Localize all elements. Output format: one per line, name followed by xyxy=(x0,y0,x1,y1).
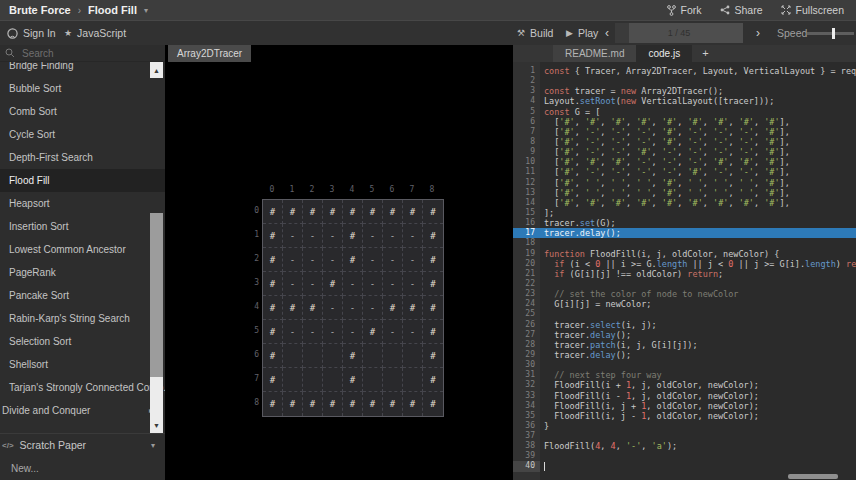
code-line[interactable] xyxy=(540,451,856,461)
code-line[interactable] xyxy=(540,238,856,248)
code-line[interactable]: if (G[i][j] !== oldColor) return; xyxy=(540,269,856,279)
sidebar-item-depth-first-search[interactable]: Depth-First Search xyxy=(0,146,165,169)
code-line[interactable]: FloodFill(i, j - 1, oldColor, newColor); xyxy=(540,411,856,421)
code-line[interactable] xyxy=(540,76,856,86)
language-selector[interactable]: ★ JavaScript xyxy=(64,21,126,45)
code-line[interactable]: ['#', ' ', ' ', ' ', '#', ' ', ' ', ' ',… xyxy=(540,178,856,188)
sidebar-item-cycle-sort[interactable]: Cycle Sort xyxy=(0,123,165,146)
gutter-line-number[interactable]: 22 xyxy=(513,279,540,289)
fullscreen-button[interactable]: Fullscreen xyxy=(781,4,844,16)
sidebar-category-divide-and-conquer[interactable]: Divide and Conquer▸ xyxy=(0,399,165,422)
sidebar-item-shellsort[interactable]: Shellsort xyxy=(0,353,165,376)
code-line[interactable]: if (i < 0 || i >= G.length || j < 0 || j… xyxy=(540,259,856,269)
code-line[interactable] xyxy=(540,431,856,441)
tab-readme-md[interactable]: README.md xyxy=(553,45,636,62)
code-line[interactable]: ['#', '-', '-', '-', '#', '-', '-', '-',… xyxy=(540,127,856,137)
code-line[interactable]: tracer.patch(i, j, G[i][j]); xyxy=(540,340,856,350)
gutter-line-number[interactable]: 4 xyxy=(513,96,540,106)
gutter-line-number[interactable]: 36 xyxy=(513,421,540,431)
sidebar-item-heapsort[interactable]: Heapsort xyxy=(0,192,165,215)
gutter-line-number[interactable]: 8 xyxy=(513,137,540,147)
code-line[interactable]: // next step four way xyxy=(540,370,856,380)
code-line[interactable]: ['#', '-', '-', '-', '-', '#', '-', '-',… xyxy=(540,167,856,177)
gutter-line-number[interactable]: 27 xyxy=(513,330,540,340)
gutter-line-number[interactable]: 9 xyxy=(513,147,540,157)
scroll-down-icon[interactable]: ▼ xyxy=(150,417,163,433)
gutter-line-number[interactable]: 1 xyxy=(513,66,540,76)
add-tab-button[interactable]: + xyxy=(692,45,718,62)
scroll-up-icon[interactable]: ▲ xyxy=(150,62,163,78)
speed-slider[interactable] xyxy=(807,21,854,45)
sidebar-item-comb-sort[interactable]: Comb Sort xyxy=(0,100,165,123)
gutter-line-number[interactable]: 39 xyxy=(513,451,540,461)
code-line[interactable]: tracer.set(G); xyxy=(540,218,856,228)
code-line[interactable]: G[i][j] = newColor; xyxy=(540,299,856,309)
code-line[interactable]: const { Tracer, Array2DTracer, Layout, V… xyxy=(540,66,856,76)
gutter-line-number[interactable]: 5 xyxy=(513,107,540,117)
build-button[interactable]: ⚒ Build xyxy=(517,21,553,45)
code-line[interactable]: ]; xyxy=(540,208,856,218)
progress-bar[interactable]: 1 / 45 xyxy=(615,23,743,43)
sidebar-item-pancake-sort[interactable]: Pancake Sort xyxy=(0,284,165,307)
gutter-line-number[interactable]: 13 xyxy=(513,188,540,198)
code-line[interactable]: Layout.setRoot(new VerticalLayout([trace… xyxy=(540,96,856,106)
sidebar-item-insertion-sort[interactable]: Insertion Sort xyxy=(0,215,165,238)
step-back-button[interactable]: ‹ xyxy=(601,21,613,45)
gutter-line-number[interactable]: 26 xyxy=(513,320,540,330)
breadcrumb-current[interactable]: Flood Fill xyxy=(88,4,137,16)
code-line[interactable]: FloodFill(i - 1, j, oldColor, newColor); xyxy=(540,391,856,401)
code-line[interactable]: ['#', '#', '#', '#', '#', '#', '#', '#',… xyxy=(540,117,856,127)
gutter-line-number[interactable]: 29 xyxy=(513,350,540,360)
speed-slider-thumb[interactable] xyxy=(832,28,835,39)
code-line[interactable] xyxy=(540,360,856,370)
gutter-line-number[interactable]: 7 xyxy=(513,127,540,137)
gutter-line-number[interactable]: 19 xyxy=(513,249,540,259)
gutter-line-number[interactable]: 3 xyxy=(513,86,540,96)
code-line[interactable]: tracer.select(i, j); xyxy=(540,320,856,330)
step-forward-button[interactable]: › xyxy=(752,21,764,45)
sidebar-item-tarjan-s-strongly-connected-comp-[interactable]: Tarjan's Strongly Connected Comp... xyxy=(0,376,165,399)
gutter-line-number[interactable]: 17 xyxy=(513,228,540,238)
sidebar-item-bubble-sort[interactable]: Bubble Sort xyxy=(0,77,165,100)
code-line[interactable]: const tracer = new Array2DTracer(); xyxy=(540,86,856,96)
new-scratch-button[interactable]: New... xyxy=(0,458,165,478)
gutter-line-number[interactable]: 40 xyxy=(513,461,540,471)
gutter-line-number[interactable]: 16 xyxy=(513,218,540,228)
breadcrumb-category[interactable]: Brute Force xyxy=(9,4,71,16)
gutter-line-number[interactable]: 35 xyxy=(513,411,540,421)
gutter-line-number[interactable]: 25 xyxy=(513,309,540,319)
tab-array2dtracer[interactable]: Array2DTracer xyxy=(168,45,251,62)
code-line[interactable]: tracer.delay(); xyxy=(540,330,856,340)
code-line[interactable]: FloodFill(4, 4, '-', 'a'); xyxy=(540,441,856,451)
code-line[interactable]: ['#', ' ', ' ', ' ', '#', ' ', ' ', ' ',… xyxy=(540,188,856,198)
code-line[interactable]: FloodFill(i, j + 1, oldColor, newColor); xyxy=(540,401,856,411)
code-line[interactable]: ['#', '#', '#', '-', '-', '-', '#', '#',… xyxy=(540,157,856,167)
scrollbar-track[interactable] xyxy=(150,377,163,417)
gutter-line-number[interactable]: 20 xyxy=(513,259,540,269)
code-line[interactable]: FloodFill(i + 1, j, oldColor, newColor); xyxy=(540,380,856,390)
gutter-line-number[interactable]: 23 xyxy=(513,289,540,299)
play-button[interactable]: ▶ Play xyxy=(566,21,598,45)
code-line[interactable]: const G = [ xyxy=(540,107,856,117)
code-line[interactable]: ['#', '#', '#', '#', '#', '#', '#', '#',… xyxy=(540,198,856,208)
code-line[interactable] xyxy=(540,309,856,319)
sidebar-item-lowest-common-ancestor[interactable]: Lowest Common Ancestor xyxy=(0,238,165,261)
scratch-paper-section[interactable]: </> Scratch Paper ▾ xyxy=(0,433,165,456)
code-line[interactable]: function FloodFill(i, j, oldColor, newCo… xyxy=(540,249,856,259)
gutter-line-number[interactable]: 11 xyxy=(513,167,540,177)
gutter-line-number[interactable]: 10 xyxy=(513,157,540,167)
sidebar-item-bridge-finding[interactable]: Bridge Finding xyxy=(0,62,165,77)
fork-button[interactable]: Fork xyxy=(667,4,702,16)
share-button[interactable]: Share xyxy=(720,4,763,16)
scrollbar-thumb[interactable] xyxy=(150,213,163,377)
code-line[interactable]: ['#', '-', '-', '#', '-', '-', '-', '-',… xyxy=(540,147,856,157)
code-line[interactable]: } xyxy=(540,421,856,431)
code-line[interactable] xyxy=(540,461,856,471)
tab-code-js[interactable]: code.js xyxy=(636,45,692,62)
code-pane[interactable]: 1234567891011121314151617181920212223242… xyxy=(513,62,856,480)
code-line[interactable]: // set the color of node to newColor xyxy=(540,289,856,299)
gutter-line-number[interactable]: 38 xyxy=(513,441,540,451)
search-input[interactable] xyxy=(20,47,144,60)
sidebar-item-pagerank[interactable]: PageRank xyxy=(0,261,165,284)
sidebar-item-flood-fill[interactable]: Flood Fill xyxy=(0,169,165,192)
